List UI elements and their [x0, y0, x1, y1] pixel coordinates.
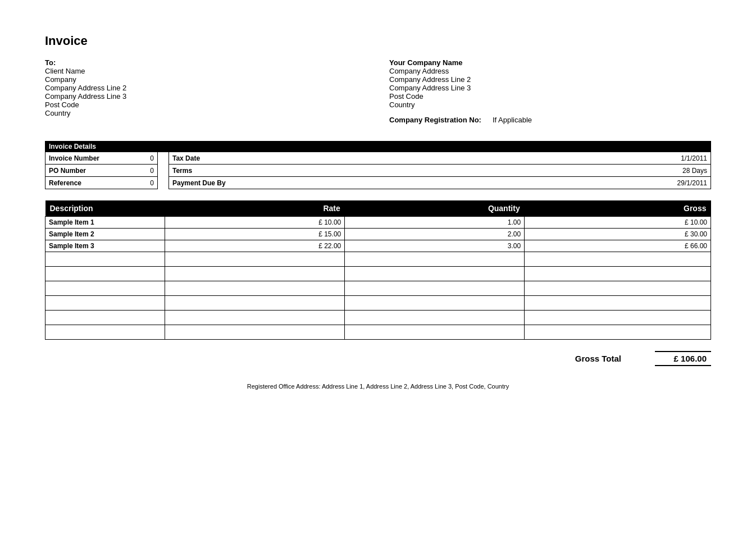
- item-description: [45, 281, 165, 296]
- item-gross: [525, 296, 711, 311]
- invoice-number-value: 0: [113, 152, 158, 165]
- payment-due-value: 29/1/2011: [479, 177, 711, 189]
- company-reg-value: If Applicable: [493, 116, 532, 124]
- table-row: [45, 281, 711, 296]
- invoice-details-table: Invoice Details Invoice Number 0 Tax Dat…: [45, 141, 711, 189]
- company-reg-label: Company Registration No:: [389, 116, 481, 124]
- item-gross: [525, 311, 711, 325]
- item-rate: [165, 281, 345, 296]
- col-rate: Rate: [165, 200, 345, 217]
- client-post-code: Post Code: [45, 101, 367, 109]
- item-description: [45, 325, 165, 340]
- item-rate: [165, 296, 345, 311]
- company-name: Your Company Name: [389, 58, 711, 67]
- item-description: [45, 252, 165, 267]
- item-gross: [525, 267, 711, 281]
- table-row: [45, 311, 711, 325]
- po-number-label: PO Number: [45, 165, 113, 177]
- table-row: Sample Item 2£ 15.002.00£ 30.00: [45, 229, 711, 240]
- item-gross: £ 66.00: [525, 240, 711, 252]
- client-address-line3: Company Address Line 3: [45, 92, 367, 101]
- client-country: Country: [45, 109, 367, 117]
- item-description: [45, 267, 165, 281]
- gross-total-inner: Gross Total £ 106.00: [575, 351, 711, 366]
- item-quantity: [345, 311, 525, 325]
- item-gross: £ 10.00: [525, 217, 711, 229]
- header-section: To: Client Name Company Company Address …: [45, 58, 711, 124]
- terms-label: Terms: [169, 165, 480, 177]
- item-rate: [165, 252, 345, 267]
- company-country: Country: [389, 101, 711, 109]
- payment-due-label: Payment Due By: [169, 177, 480, 189]
- item-quantity: [345, 281, 525, 296]
- col-description: Description: [45, 200, 165, 217]
- item-quantity: [345, 296, 525, 311]
- terms-value: 28 Days: [479, 165, 711, 177]
- item-rate: £ 10.00: [165, 217, 345, 229]
- tax-date-label: Tax Date: [169, 152, 480, 165]
- item-quantity: [345, 267, 525, 281]
- table-row: [45, 296, 711, 311]
- invoice-number-label: Invoice Number: [45, 152, 113, 165]
- company-reg-section: Company Registration No: If Applicable: [389, 116, 711, 124]
- table-row: [45, 252, 711, 267]
- item-description: [45, 296, 165, 311]
- item-description: Sample Item 2: [45, 229, 165, 240]
- item-rate: [165, 267, 345, 281]
- item-quantity: 1.00: [345, 217, 525, 229]
- to-label: To:: [45, 58, 367, 67]
- item-gross: [525, 281, 711, 296]
- col-gross: Gross: [525, 200, 711, 217]
- table-row: Sample Item 1£ 10.001.00£ 10.00: [45, 217, 711, 229]
- tax-date-value: 1/1/2011: [479, 152, 711, 165]
- footer: Registered Office Address: Address Line …: [45, 383, 711, 390]
- company-address-line3: Company Address Line 3: [389, 84, 711, 92]
- table-row: [45, 325, 711, 340]
- item-gross: £ 30.00: [525, 229, 711, 240]
- client-company: Company: [45, 75, 367, 84]
- table-row: Sample Item 3£ 22.003.00£ 66.00: [45, 240, 711, 252]
- company-address: Company Address: [389, 67, 711, 75]
- company-address-line2: Company Address Line 2: [389, 75, 711, 84]
- table-row: [45, 267, 711, 281]
- item-gross: [525, 252, 711, 267]
- gross-total-section: Gross Total £ 106.00: [45, 351, 711, 366]
- item-rate: [165, 325, 345, 340]
- col-quantity: Quantity: [345, 200, 525, 217]
- item-quantity: [345, 252, 525, 267]
- client-name: Client Name: [45, 67, 367, 75]
- item-rate: £ 22.00: [165, 240, 345, 252]
- reference-value: 0: [113, 177, 158, 189]
- gross-total-label: Gross Total: [575, 354, 621, 363]
- item-rate: [165, 311, 345, 325]
- item-description: Sample Item 3: [45, 240, 165, 252]
- invoice-details-header: Invoice Details: [45, 142, 711, 152]
- item-quantity: 2.00: [345, 229, 525, 240]
- item-rate: £ 15.00: [165, 229, 345, 240]
- item-quantity: 3.00: [345, 240, 525, 252]
- gross-total-value: £ 106.00: [655, 351, 711, 366]
- item-gross: [525, 325, 711, 340]
- bill-to-section: To: Client Name Company Company Address …: [45, 58, 367, 124]
- item-description: Sample Item 1: [45, 217, 165, 229]
- po-number-value: 0: [113, 165, 158, 177]
- company-post-code: Post Code: [389, 92, 711, 101]
- reference-label: Reference: [45, 177, 113, 189]
- item-quantity: [345, 325, 525, 340]
- items-table: Description Rate Quantity Gross Sample I…: [45, 200, 711, 340]
- company-info-section: Your Company Name Company Address Compan…: [367, 58, 711, 124]
- item-description: [45, 311, 165, 325]
- invoice-title: Invoice: [45, 34, 711, 48]
- client-address-line2: Company Address Line 2: [45, 84, 367, 92]
